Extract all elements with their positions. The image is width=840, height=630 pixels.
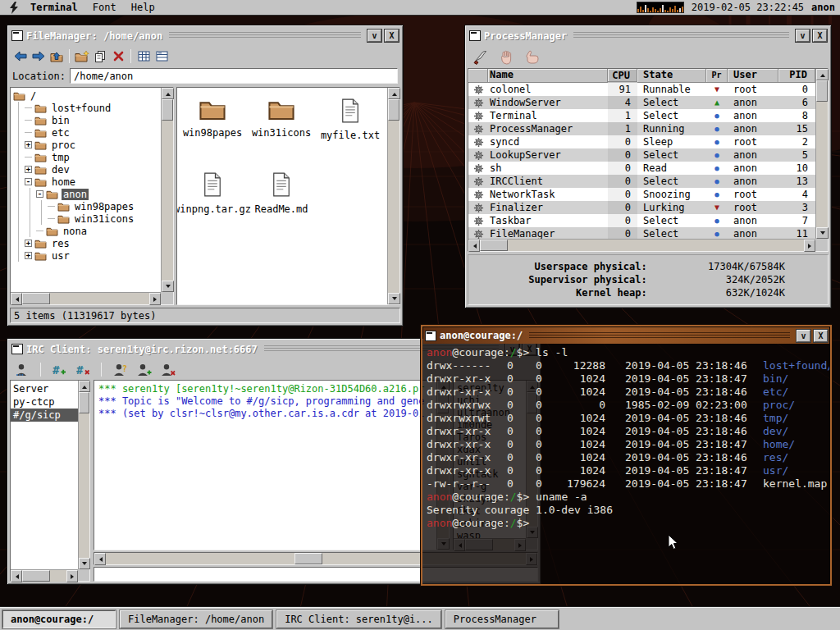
- minimize-button[interactable]: v: [797, 330, 810, 342]
- pm-titlebar[interactable]: ProcessManager v X: [468, 28, 829, 43]
- minimize-button[interactable]: v: [368, 30, 381, 42]
- forward-icon[interactable]: [30, 48, 48, 65]
- scroll-thumb[interactable]: [22, 293, 50, 304]
- file-item[interactable]: myfile.txt: [316, 94, 385, 168]
- table-vertical-scrollbar[interactable]: [815, 69, 828, 239]
- scroll-track[interactable]: [388, 99, 399, 293]
- tree-item-lost-found[interactable]: lost+found: [11, 102, 161, 114]
- scroll-up-button[interactable]: [162, 88, 174, 99]
- copy-icon[interactable]: [91, 48, 109, 65]
- channel-item[interactable]: py-ctcp: [11, 395, 78, 409]
- scroll-left-button[interactable]: [468, 240, 480, 252]
- close-button[interactable]: X: [385, 30, 399, 42]
- system-menu-icon[interactable]: [5, 0, 23, 16]
- scroll-thumb[interactable]: [816, 80, 828, 102]
- file-item[interactable]: win31icons: [247, 94, 316, 168]
- scroll-left-button[interactable]: [94, 553, 106, 565]
- scroll-right-button[interactable]: [804, 240, 815, 252]
- new-folder-icon[interactable]: [73, 48, 91, 65]
- expand-icon[interactable]: +: [25, 240, 32, 247]
- close-button[interactable]: X: [813, 30, 827, 42]
- scroll-up-button[interactable]: [816, 69, 829, 80]
- scroll-left-button[interactable]: [11, 570, 22, 582]
- minimize-button[interactable]: v: [796, 30, 810, 42]
- fm-titlebar[interactable]: FileManager: /home/anon v X: [10, 28, 400, 43]
- scroll-thumb[interactable]: [480, 240, 508, 251]
- file-item[interactable]: winpng.tar.gz: [178, 168, 247, 242]
- file-item[interactable]: ReadMe.md: [247, 168, 316, 242]
- process-row[interactable]: LookupServer0Select●anon5: [468, 148, 815, 162]
- window-terminal[interactable]: anon@courage:/ v X anon@courage:/$> ls -…: [421, 325, 832, 586]
- up-icon[interactable]: [48, 48, 66, 65]
- terminal-titlebar[interactable]: anon@courage:/ v X: [423, 327, 829, 344]
- taskbar-button[interactable]: anon@courage:/: [2, 610, 116, 628]
- process-row[interactable]: NetworkTask0Snoozing●root4: [468, 188, 815, 201]
- remove-user-icon[interactable]: [158, 362, 176, 378]
- taskbar-button[interactable]: IRC Client: seren1ty@i...: [276, 610, 441, 628]
- tree-vertical-scrollbar[interactable]: [161, 88, 173, 292]
- scroll-track[interactable]: [79, 392, 89, 558]
- tree-item-win98papes[interactable]: win98papes: [11, 200, 161, 212]
- file-item[interactable]: win98papes: [178, 94, 247, 168]
- add-user-icon[interactable]: [135, 362, 153, 378]
- channels-vertical-scrollbar[interactable]: [78, 381, 89, 569]
- kill-icon[interactable]: [472, 49, 490, 66]
- taskbar-button[interactable]: ProcessManager: [445, 610, 559, 628]
- scroll-right-button[interactable]: [149, 293, 161, 305]
- taskbar-button[interactable]: FileManager: /home/anon: [120, 610, 272, 628]
- column-header-name[interactable]: Name: [488, 69, 608, 83]
- scroll-track[interactable]: [162, 99, 173, 281]
- expand-icon[interactable]: +: [25, 166, 32, 173]
- tree-item-etc[interactable]: etc: [11, 126, 161, 139]
- expand-icon[interactable]: +: [25, 252, 32, 259]
- scroll-track[interactable]: [22, 570, 66, 582]
- column-header-pr[interactable]: Pr: [706, 69, 728, 83]
- tree-item-home[interactable]: -home: [11, 176, 161, 188]
- join-channel-icon[interactable]: #: [50, 362, 68, 378]
- scroll-left-button[interactable]: [11, 293, 22, 305]
- back-icon[interactable]: [11, 48, 30, 65]
- tree-item-nona[interactable]: nona: [11, 225, 161, 237]
- tree-item-bin[interactable]: bin: [11, 114, 161, 126]
- location-input[interactable]: [70, 68, 398, 84]
- tree-item-dev[interactable]: +dev: [11, 163, 161, 176]
- process-row[interactable]: Taskbar0Select●anon7: [468, 214, 815, 227]
- process-row[interactable]: syncd0Sleep●root2: [468, 135, 815, 148]
- scroll-up-button[interactable]: [388, 88, 400, 99]
- channel-item[interactable]: Server: [11, 382, 78, 395]
- scroll-up-button[interactable]: [79, 381, 90, 392]
- tree-item-anon[interactable]: -anon: [11, 188, 161, 200]
- table-horizontal-scrollbar[interactable]: [468, 239, 815, 251]
- tree-horizontal-scrollbar[interactable]: [11, 292, 161, 304]
- column-header-cpu[interactable]: CPU: [608, 69, 637, 82]
- scroll-track[interactable]: [816, 80, 828, 227]
- menu-font[interactable]: Font: [85, 1, 124, 14]
- user-info-icon[interactable]: [13, 362, 31, 378]
- collapse-icon[interactable]: -: [25, 178, 32, 185]
- continue-icon[interactable]: [523, 49, 541, 66]
- scroll-thumb[interactable]: [388, 99, 399, 121]
- column-header-pid[interactable]: PID: [778, 69, 815, 83]
- process-row[interactable]: colonel91Runnable▼root0: [468, 83, 815, 96]
- process-row[interactable]: Finalizer0Lurking▼root3: [468, 201, 815, 214]
- window-processmanager[interactable]: ProcessManager v X NameCPUStatePrUserPID…: [464, 25, 832, 308]
- tree-item-win31icons[interactable]: win31icons: [11, 212, 161, 225]
- channels-horizontal-scrollbar[interactable]: [11, 569, 78, 582]
- scroll-track[interactable]: [22, 293, 149, 304]
- tree-item-res[interactable]: +res: [11, 237, 161, 249]
- files-vertical-scrollbar[interactable]: [387, 88, 399, 304]
- whois-user-icon[interactable]: ?: [111, 362, 129, 378]
- scroll-down-button[interactable]: [79, 558, 90, 569]
- scroll-down-button[interactable]: [816, 227, 829, 239]
- scroll-right-button[interactable]: [66, 570, 78, 582]
- tree-item-tmp[interactable]: tmp: [11, 151, 161, 163]
- scroll-thumb[interactable]: [294, 553, 322, 564]
- part-channel-icon[interactable]: #: [74, 362, 92, 378]
- process-row[interactable]: WindowServer4Select▲anon6: [468, 96, 815, 109]
- tree-item-proc[interactable]: +proc: [11, 139, 161, 151]
- menu-help[interactable]: Help: [124, 1, 162, 14]
- window-filemanager[interactable]: FileManager: /home/anon v X Location: /l…: [7, 25, 404, 326]
- scroll-thumb[interactable]: [162, 99, 173, 121]
- column-header-state[interactable]: State: [637, 69, 706, 83]
- process-row[interactable]: FileManager0Select●anon11: [468, 227, 815, 239]
